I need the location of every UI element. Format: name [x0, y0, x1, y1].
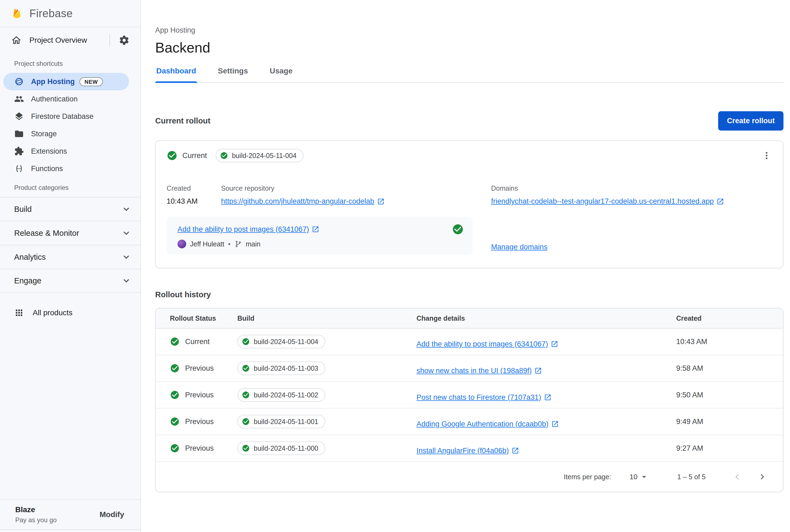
firebase-logo[interactable]: Firebase	[0, 0, 141, 27]
change-details-link[interactable]: show new chats in the UI (198a89f)	[417, 367, 542, 375]
project-settings-button[interactable]	[115, 32, 133, 49]
sidebar: Firebase Project Overview Project shortc…	[0, 0, 141, 532]
external-link-icon	[512, 447, 519, 455]
category-analytics[interactable]: Analytics	[0, 245, 141, 269]
items-per-page-select[interactable]: 10	[630, 472, 649, 482]
build-chip[interactable]: build-2024-05-11-004	[237, 335, 325, 348]
sidebar-item-storage[interactable]: Storage	[0, 125, 141, 142]
category-label: Engage	[14, 276, 41, 285]
check-circle-icon	[170, 363, 180, 373]
build-chip[interactable]: build-2024-05-11-003	[237, 361, 325, 375]
build-chip-label: build-2024-05-11-004	[232, 152, 296, 160]
build-chip[interactable]: build-2024-05-11-001	[237, 415, 325, 429]
create-rollout-button[interactable]: Create rollout	[718, 111, 784, 131]
commit-link[interactable]: Add the ability to post images (6341067)	[178, 225, 319, 234]
manage-domains-link[interactable]: Manage domains	[491, 243, 548, 251]
divider	[0, 529, 141, 532]
git-branch-icon	[234, 240, 242, 248]
external-link-icon	[716, 198, 724, 205]
created-label: Created	[167, 185, 221, 192]
app-hosting-icon	[14, 77, 24, 87]
check-circle-icon	[242, 444, 250, 452]
source-repository-link[interactable]: https://github.com/jhuleatt/tmp-angular-…	[221, 197, 385, 206]
project-shortcuts-nav: App Hosting NEW Authentication Firestore…	[0, 73, 141, 177]
external-link-icon	[312, 226, 319, 233]
plan-section: Blaze Pay as you go Modify	[0, 499, 141, 529]
created-time: 9:27 AM	[676, 444, 769, 453]
sidebar-item-label: App Hosting	[31, 77, 75, 86]
build-chip[interactable]: build-2024-05-11-000	[237, 441, 325, 455]
commit-box: Add the ability to post images (6341067)…	[167, 217, 473, 255]
category-release-monitor[interactable]: Release & Monitor	[0, 221, 141, 245]
home-icon	[11, 35, 22, 46]
change-details-link[interactable]: Post new chats to Firestore (7107a31)	[417, 393, 552, 402]
authentication-icon	[14, 94, 24, 104]
commit-meta: Jeff Huleatt • main	[178, 240, 464, 248]
modify-plan-button[interactable]: Modify	[99, 510, 124, 519]
sidebar-item-functions[interactable]: Functions	[0, 160, 141, 177]
source-repository-label: Source repository	[221, 185, 385, 192]
table-row: Previous build-2024-05-11-002 Post new c…	[156, 382, 783, 408]
sidebar-item-label: Authentication	[31, 95, 78, 103]
domain-link[interactable]: friendlychat-codelab--test-angular17-cod…	[491, 197, 724, 206]
build-chip[interactable]: build-2024-05-11-002	[237, 388, 325, 402]
current-rollout-section-header: Current rollout Create rollout	[155, 111, 784, 131]
check-circle-icon	[167, 150, 178, 161]
category-build[interactable]: Build	[0, 197, 141, 221]
change-details-link[interactable]: Install AngularFire (f04a06b)	[417, 446, 519, 455]
previous-page-button[interactable]	[732, 471, 742, 482]
table-row: Previous build-2024-05-11-001 Adding Goo…	[156, 408, 783, 435]
functions-icon	[14, 164, 24, 173]
sidebar-item-app-hosting[interactable]: App Hosting NEW	[3, 73, 129, 90]
firebase-console: Firebase Project Overview Project shortc…	[0, 0, 790, 532]
table-pagination: Items per page: 10 1 – 5 of 5	[156, 462, 783, 492]
rollout-history-table: Rollout Status Build Change details Crea…	[155, 308, 784, 492]
sidebar-item-label: Storage	[31, 130, 57, 138]
chevron-down-icon	[121, 275, 132, 286]
external-link-icon	[534, 367, 542, 375]
firestore-icon	[14, 112, 24, 121]
next-page-button[interactable]	[757, 471, 768, 482]
sidebar-item-extensions[interactable]: Extensions	[0, 142, 141, 160]
chevron-down-icon	[121, 204, 132, 214]
rollout-status: Previous	[185, 391, 214, 399]
all-products-button[interactable]: All products	[0, 300, 141, 325]
external-link-icon	[544, 394, 552, 401]
check-circle-icon	[242, 364, 250, 372]
column-header-created: Created	[676, 315, 769, 322]
created-value: 10:43 AM	[167, 197, 221, 206]
created-time: 9:58 AM	[676, 364, 769, 373]
created-time: 9:49 AM	[676, 418, 769, 426]
build-chip[interactable]: build-2024-05-11-004	[216, 149, 304, 163]
table-row: Previous build-2024-05-11-003 show new c…	[156, 355, 783, 382]
check-circle-icon	[220, 152, 228, 160]
sidebar-item-label: Extensions	[31, 147, 67, 156]
avatar	[178, 240, 186, 248]
check-circle-icon	[242, 418, 250, 426]
change-details-link[interactable]: Add the ability to post images (6341067)	[417, 340, 558, 348]
sidebar-item-project-overview[interactable]: Project Overview	[30, 36, 104, 44]
commit-author: Jeff Huleatt	[190, 240, 224, 248]
category-label: Release & Monitor	[14, 229, 79, 238]
check-circle-icon	[170, 417, 180, 426]
current-rollout-card: Current build-2024-05-11-004 Created 10:…	[155, 140, 784, 268]
branch-name: main	[246, 240, 260, 248]
rollout-status-label: Current	[182, 152, 207, 160]
main-content: App Hosting Backend Dashboard Settings U…	[141, 0, 790, 532]
sidebar-item-firestore-database[interactable]: Firestore Database	[0, 108, 141, 125]
brand-name: Firebase	[30, 7, 73, 20]
external-link-icon	[551, 420, 559, 428]
tab-settings[interactable]: Settings	[217, 66, 249, 82]
rollout-status: Previous	[185, 444, 214, 453]
category-label: Analytics	[14, 253, 46, 262]
sidebar-item-authentication[interactable]: Authentication	[0, 90, 141, 108]
change-details-link[interactable]: Adding Google Authentication (dcaab0b)	[417, 420, 559, 429]
category-engage[interactable]: Engage	[0, 269, 141, 293]
rollout-status: Previous	[185, 418, 214, 426]
card-overflow-menu-button[interactable]	[757, 146, 776, 165]
check-circle-icon	[242, 338, 250, 346]
storage-icon	[14, 129, 24, 139]
tab-usage[interactable]: Usage	[269, 66, 294, 82]
rollout-details-left: Created 10:43 AM Source repository https…	[167, 185, 473, 255]
tab-dashboard[interactable]: Dashboard	[155, 66, 197, 82]
